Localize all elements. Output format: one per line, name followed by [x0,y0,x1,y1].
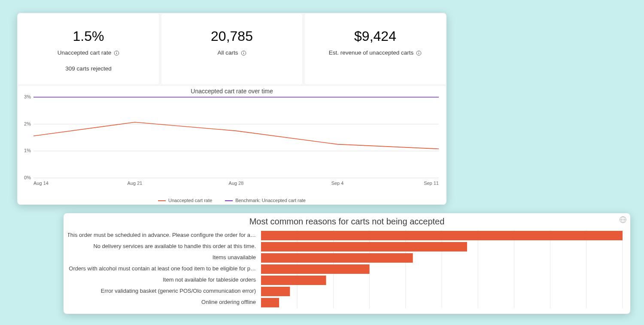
svg-text:0%: 0% [24,175,31,180]
info-icon[interactable] [114,49,119,56]
kpi-label: All carts [217,49,238,56]
top-dashboard-panel: 1.5% Unaccepted cart rate 309 carts reje… [17,13,447,205]
line-chart-legend: Unaccepted cart rate Benchmark: Unaccept… [18,198,446,203]
kpi-value: $9,424 [309,28,441,44]
svg-text:Items unavailable: Items unavailable [213,254,256,261]
line-chart-card: Unaccepted cart rate over time 0%1%2%3%A… [18,86,446,205]
svg-rect-49 [261,298,279,307]
svg-text:1%: 1% [24,148,31,153]
kpi-subtext: 309 carts rejected [22,65,155,72]
reasons-bar-chart: This order must be scheduled in advance.… [68,230,626,311]
info-icon[interactable] [241,49,246,56]
svg-text:This order must be scheduled i: This order must be scheduled in advance.… [68,232,256,238]
legend-series2: Benchmark: Unaccepted cart rate [235,198,306,203]
kpi-value: 1.5% [22,28,155,44]
info-icon[interactable] [416,49,422,56]
kpi-all-carts[interactable]: 20,785 All carts [161,14,302,84]
svg-text:Item not available for tablesi: Item not available for tableside orders [163,276,256,283]
svg-text:Aug 14: Aug 14 [33,181,49,186]
svg-rect-39 [261,242,467,251]
svg-text:3%: 3% [24,95,31,99]
svg-point-2 [116,52,117,52]
globe-icon[interactable] [619,216,627,225]
kpi-value: 20,785 [166,28,298,44]
svg-text:Aug 21: Aug 21 [128,181,143,186]
kpi-label: Est. revenue of unaccepted carts [329,49,413,56]
line-chart-title: Unaccepted cart rate over time [18,86,446,95]
svg-text:Aug 28: Aug 28 [229,181,244,186]
svg-text:Error validating basket (gener: Error validating basket (generic POS/Olo… [101,288,256,294]
reasons-title: Most common reasons for carts not being … [68,217,626,227]
svg-text:2%: 2% [24,121,31,126]
svg-point-5 [243,52,243,52]
svg-rect-41 [261,253,413,263]
kpi-est-revenue[interactable]: $9,424 Est. revenue of unaccepted carts [305,14,446,84]
svg-text:Online ordering offline: Online ordering offline [201,299,256,305]
kpi-row: 1.5% Unaccepted cart rate 309 carts reje… [17,13,447,85]
svg-point-8 [419,52,419,52]
line-chart: 0%1%2%3%Aug 14Aug 21Aug 28Sep 4Sep 11 [21,95,443,189]
svg-rect-45 [261,276,326,285]
reasons-panel: Most common reasons for carts not being … [64,213,630,314]
kpi-unaccepted-rate[interactable]: 1.5% Unaccepted cart rate 309 carts reje… [18,14,159,84]
legend-series1: Unaccepted cart rate [168,198,212,203]
kpi-label: Unaccepted cart rate [58,49,111,56]
svg-text:Sep 11: Sep 11 [424,181,439,186]
svg-rect-47 [261,287,290,296]
svg-text:Orders with alcohol must conta: Orders with alcohol must contain at leas… [69,265,256,272]
svg-rect-37 [261,231,623,240]
svg-rect-43 [261,264,370,274]
svg-text:Sep 4: Sep 4 [331,181,344,186]
svg-text:No delivery services are avail: No delivery services are available to ha… [93,243,256,249]
